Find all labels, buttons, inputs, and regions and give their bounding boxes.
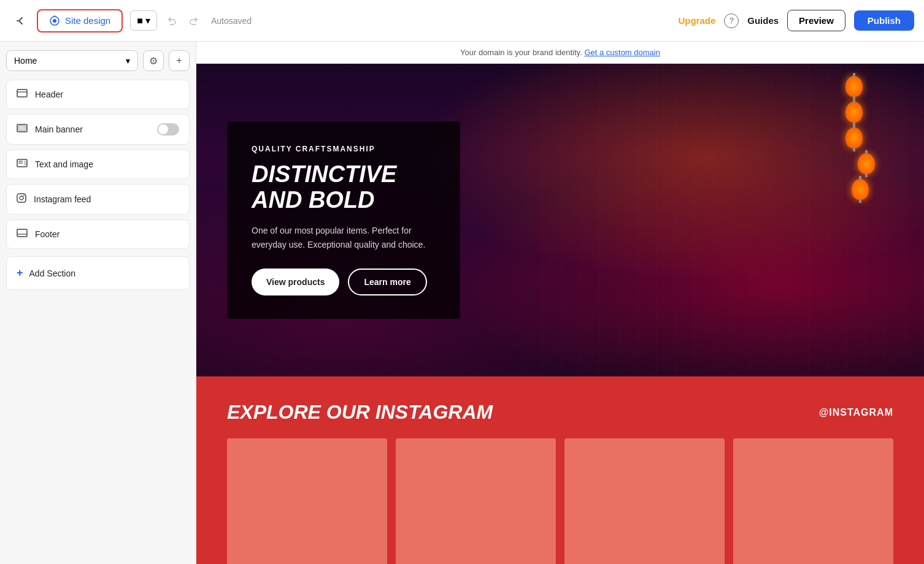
instagram-handle: @INSTAGRAM [819, 407, 893, 418]
header-section-icon [17, 89, 28, 100]
domain-banner-text: Your domain is your brand identity. [460, 48, 582, 57]
sidebar-item-main-banner[interactable]: Main banner [6, 114, 190, 145]
footer-section-icon [17, 229, 28, 240]
page-label: Home [14, 56, 37, 66]
lantern-3 [845, 128, 863, 148]
sidebar-item-instagram-feed[interactable]: Instagram feed [6, 184, 190, 215]
preview-area[interactable]: Your domain is your brand identity. Get … [196, 42, 924, 564]
svg-rect-4 [17, 90, 27, 97]
instagram-title: EXPLORE OUR INSTAGRAM [227, 401, 493, 424]
gear-icon: ⚙ [149, 55, 158, 67]
page-chevron-icon: ▾ [126, 56, 130, 66]
add-section-button[interactable]: + Add Section [6, 256, 190, 290]
hero-description: One of our most popular items. Perfect f… [252, 224, 436, 251]
svg-rect-15 [17, 229, 27, 237]
redo-button[interactable] [184, 11, 204, 31]
svg-rect-11 [24, 161, 26, 166]
autosaved-status: Autosaved [211, 16, 252, 26]
help-icon: ? [730, 16, 734, 25]
instagram-item-1[interactable] [227, 438, 387, 564]
hero-title: DISTINCTIVE AND BOLD [252, 162, 436, 213]
device-icon: ■ [137, 15, 143, 26]
sidebar: Home ▾ ⚙ + Header [0, 42, 196, 564]
svg-point-13 [20, 196, 23, 200]
text-image-section-label: Text and image [35, 159, 179, 169]
page-add-button[interactable]: + [169, 50, 190, 71]
lanterns-decoration [833, 76, 875, 200]
page-dropdown[interactable]: Home ▾ [6, 50, 138, 71]
upgrade-link[interactable]: Upgrade [678, 15, 715, 26]
preview-frame: Your domain is your brand identity. Get … [196, 42, 924, 564]
svg-rect-12 [17, 194, 26, 202]
exit-button[interactable] [10, 10, 32, 32]
add-section-icon: + [17, 267, 23, 280]
hero-card: QUALITY CRAFTSMANSHIP DISTINCTIVE AND BO… [227, 121, 460, 319]
text-image-section-icon [17, 159, 28, 170]
toolbar: Site design ■ ▾ Autosaved Upgrade [0, 0, 924, 42]
toolbar-center: ■ ▾ Autosaved [130, 10, 671, 31]
main-banner-section-icon [17, 124, 28, 135]
lantern-4 [858, 153, 875, 174]
lantern-1 [845, 76, 863, 97]
preview-button[interactable]: Preview [787, 10, 845, 31]
hero-buttons: View products Learn more [252, 269, 436, 295]
toolbar-right: Upgrade ? Guides Preview Publish [678, 10, 914, 31]
learn-more-button[interactable]: Learn more [348, 269, 426, 295]
main-banner-toggle[interactable] [157, 123, 179, 135]
svg-rect-7 [18, 126, 26, 131]
page-gear-button[interactable]: ⚙ [143, 50, 164, 71]
header-section-label: Header [35, 90, 179, 99]
device-selector[interactable]: ■ ▾ [130, 10, 157, 31]
main-banner-toggle-knob [158, 124, 168, 134]
lantern-2 [845, 102, 863, 123]
domain-banner: Your domain is your brand identity. Get … [196, 42, 924, 64]
page-selector-row: Home ▾ ⚙ + [6, 50, 190, 71]
instagram-section-label: Instagram feed [34, 194, 179, 204]
view-products-button[interactable]: View products [252, 269, 339, 295]
hero-subtitle: QUALITY CRAFTSMANSHIP [252, 145, 436, 153]
svg-point-2 [53, 19, 56, 23]
sidebar-item-text-and-image[interactable]: Text and image [6, 150, 190, 179]
sidebar-item-footer[interactable]: Footer [6, 219, 190, 249]
undo-redo-group [162, 11, 204, 31]
lantern-5 [852, 179, 869, 200]
publish-button[interactable]: Publish [854, 10, 914, 31]
instagram-item-2[interactable] [396, 438, 556, 564]
hero-section: QUALITY CRAFTSMANSHIP DISTINCTIVE AND BO… [196, 64, 924, 376]
instagram-item-4[interactable] [733, 438, 893, 564]
main-banner-section-label: Main banner [35, 124, 150, 134]
instagram-item-3[interactable] [564, 438, 725, 564]
toolbar-left: Site design [10, 9, 123, 32]
site-design-button[interactable]: Site design [37, 9, 123, 32]
svg-point-14 [23, 195, 25, 196]
site-design-label: Site design [65, 15, 110, 26]
undo-button[interactable] [162, 11, 182, 31]
add-page-icon: + [176, 55, 182, 66]
instagram-header: EXPLORE OUR INSTAGRAM @INSTAGRAM [227, 401, 893, 424]
help-button[interactable]: ? [724, 13, 739, 28]
device-chevron-icon: ▾ [145, 15, 150, 26]
domain-link[interactable]: Get a custom domain [584, 48, 660, 57]
instagram-section: EXPLORE OUR INSTAGRAM @INSTAGRAM [196, 376, 924, 564]
guides-link[interactable]: Guides [747, 15, 779, 26]
footer-section-label: Footer [35, 229, 179, 239]
instagram-grid [227, 438, 893, 564]
main-layout: Home ▾ ⚙ + Header [0, 42, 924, 564]
instagram-section-icon [17, 193, 26, 205]
add-section-label: Add Section [29, 269, 76, 278]
sidebar-item-header[interactable]: Header [6, 80, 190, 109]
